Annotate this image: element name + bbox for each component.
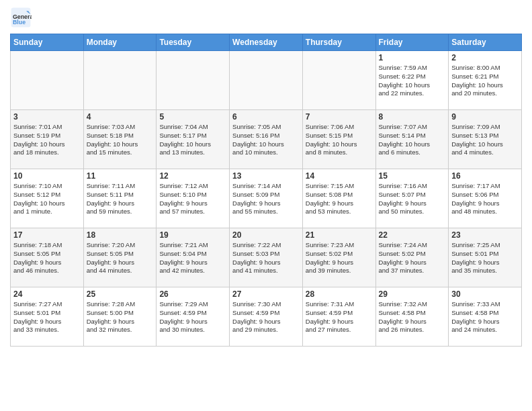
day-info: Sunrise: 7:07 AMSunset: 5:14 PMDaylight:… [379,123,446,157]
day-cell: 19Sunrise: 7:21 AMSunset: 5:04 PMDayligh… [157,228,230,287]
day-info: Sunrise: 7:30 AMSunset: 4:59 PMDaylight:… [232,300,300,334]
day-number: 13 [232,171,300,181]
day-cell: 2Sunrise: 8:00 AMSunset: 6:21 PMDaylight… [449,51,522,110]
day-number: 10 [13,171,81,181]
day-cell: 25Sunrise: 7:28 AMSunset: 5:00 PMDayligh… [83,287,157,347]
col-header-tuesday: Tuesday [157,34,230,51]
day-info: Sunrise: 7:24 AMSunset: 5:02 PMDaylight:… [379,241,446,275]
day-number: 26 [159,289,226,299]
day-info: Sunrise: 7:59 AMSunset: 6:22 PMDaylight:… [379,64,446,98]
day-info: Sunrise: 7:09 AMSunset: 5:13 PMDaylight:… [451,123,519,157]
day-number: 1 [379,53,446,62]
day-info: Sunrise: 7:21 AMSunset: 5:04 PMDaylight:… [159,241,226,275]
day-number: 15 [379,171,446,181]
day-number: 23 [451,230,519,240]
day-cell [302,51,375,110]
col-header-monday: Monday [83,34,157,51]
day-cell: 10Sunrise: 7:10 AMSunset: 5:12 PMDayligh… [11,169,84,228]
day-number: 20 [232,230,300,240]
day-cell: 18Sunrise: 7:20 AMSunset: 5:05 PMDayligh… [83,228,157,287]
day-info: Sunrise: 7:29 AMSunset: 4:59 PMDaylight:… [159,300,226,334]
day-number: 18 [87,230,154,240]
col-header-sunday: Sunday [11,34,84,51]
day-number: 30 [451,289,519,299]
day-info: Sunrise: 7:31 AMSunset: 4:59 PMDaylight:… [306,300,373,334]
col-header-wednesday: Wednesday [230,34,303,51]
day-info: Sunrise: 8:00 AMSunset: 6:21 PMDaylight:… [451,64,519,98]
day-cell: 21Sunrise: 7:23 AMSunset: 5:02 PMDayligh… [302,228,375,287]
day-cell: 24Sunrise: 7:27 AMSunset: 5:01 PMDayligh… [11,287,84,347]
day-info: Sunrise: 7:11 AMSunset: 5:11 PMDaylight:… [87,182,154,216]
day-cell: 22Sunrise: 7:24 AMSunset: 5:02 PMDayligh… [375,228,449,287]
day-info: Sunrise: 7:10 AMSunset: 5:12 PMDaylight:… [13,182,81,216]
day-number: 29 [379,289,446,299]
day-cell: 12Sunrise: 7:12 AMSunset: 5:10 PMDayligh… [157,169,230,228]
logo-icon: General Blue [10,7,32,28]
col-header-saturday: Saturday [449,34,522,51]
day-info: Sunrise: 7:18 AMSunset: 5:05 PMDaylight:… [13,241,81,275]
day-cell: 28Sunrise: 7:31 AMSunset: 4:59 PMDayligh… [302,287,375,347]
day-cell: 27Sunrise: 7:30 AMSunset: 4:59 PMDayligh… [230,287,303,347]
day-number: 11 [87,171,154,181]
day-info: Sunrise: 7:25 AMSunset: 5:01 PMDaylight:… [451,241,519,275]
day-info: Sunrise: 7:20 AMSunset: 5:05 PMDaylight:… [87,241,154,275]
day-cell: 30Sunrise: 7:33 AMSunset: 4:58 PMDayligh… [449,287,522,347]
day-number: 14 [306,171,373,181]
day-number: 8 [379,112,446,122]
day-cell: 13Sunrise: 7:14 AMSunset: 5:09 PMDayligh… [230,169,303,228]
day-number: 17 [13,230,81,240]
day-cell: 23Sunrise: 7:25 AMSunset: 5:01 PMDayligh… [449,228,522,287]
day-cell: 4Sunrise: 7:03 AMSunset: 5:18 PMDaylight… [83,110,157,169]
day-cell: 3Sunrise: 7:01 AMSunset: 5:19 PMDaylight… [11,110,84,169]
day-number: 22 [379,230,446,240]
day-info: Sunrise: 7:06 AMSunset: 5:15 PMDaylight:… [306,123,373,157]
col-header-friday: Friday [375,34,449,51]
col-header-thursday: Thursday [302,34,375,51]
week-row-4: 17Sunrise: 7:18 AMSunset: 5:05 PMDayligh… [11,228,522,287]
week-row-3: 10Sunrise: 7:10 AMSunset: 5:12 PMDayligh… [11,169,522,228]
day-cell: 7Sunrise: 7:06 AMSunset: 5:15 PMDaylight… [302,110,375,169]
day-cell: 1Sunrise: 7:59 AMSunset: 6:22 PMDaylight… [375,51,449,110]
week-row-2: 3Sunrise: 7:01 AMSunset: 5:19 PMDaylight… [11,110,522,169]
day-cell [230,51,303,110]
day-cell: 9Sunrise: 7:09 AMSunset: 5:13 PMDaylight… [449,110,522,169]
day-info: Sunrise: 7:23 AMSunset: 5:02 PMDaylight:… [306,241,373,275]
day-number: 28 [306,289,373,299]
day-number: 4 [87,112,154,122]
day-cell: 15Sunrise: 7:16 AMSunset: 5:07 PMDayligh… [375,169,449,228]
day-cell: 6Sunrise: 7:05 AMSunset: 5:16 PMDaylight… [230,110,303,169]
day-cell [157,51,230,110]
day-cell: 8Sunrise: 7:07 AMSunset: 5:14 PMDaylight… [375,110,449,169]
day-number: 16 [451,171,519,181]
day-info: Sunrise: 7:22 AMSunset: 5:03 PMDaylight:… [232,241,300,275]
day-cell: 14Sunrise: 7:15 AMSunset: 5:08 PMDayligh… [302,169,375,228]
day-info: Sunrise: 7:03 AMSunset: 5:18 PMDaylight:… [87,123,154,157]
header: General Blue [10,7,522,28]
day-cell: 16Sunrise: 7:17 AMSunset: 5:06 PMDayligh… [449,169,522,228]
svg-text:Blue: Blue [13,19,26,26]
day-number: 24 [13,289,81,299]
day-info: Sunrise: 7:04 AMSunset: 5:17 PMDaylight:… [159,123,226,157]
day-number: 2 [451,53,519,62]
day-number: 5 [159,112,226,122]
day-number: 25 [87,289,154,299]
day-info: Sunrise: 7:05 AMSunset: 5:16 PMDaylight:… [232,123,300,157]
page: General Blue SundayMondayTuesdayWednesda… [0,0,532,411]
day-info: Sunrise: 7:28 AMSunset: 5:00 PMDaylight:… [87,300,154,334]
day-cell: 29Sunrise: 7:32 AMSunset: 4:58 PMDayligh… [375,287,449,347]
day-number: 19 [159,230,226,240]
column-header-row: SundayMondayTuesdayWednesdayThursdayFrid… [11,34,522,51]
day-info: Sunrise: 7:33 AMSunset: 4:58 PMDaylight:… [451,300,519,334]
day-info: Sunrise: 7:16 AMSunset: 5:07 PMDaylight:… [379,182,446,216]
day-info: Sunrise: 7:17 AMSunset: 5:06 PMDaylight:… [451,182,519,216]
week-row-1: 1Sunrise: 7:59 AMSunset: 6:22 PMDaylight… [11,51,522,110]
day-cell: 11Sunrise: 7:11 AMSunset: 5:11 PMDayligh… [83,169,157,228]
day-number: 12 [159,171,226,181]
day-cell [83,51,157,110]
day-info: Sunrise: 7:14 AMSunset: 5:09 PMDaylight:… [232,182,300,216]
calendar-table: SundayMondayTuesdayWednesdayThursdayFrid… [10,34,522,347]
day-info: Sunrise: 7:15 AMSunset: 5:08 PMDaylight:… [306,182,373,216]
day-number: 3 [13,112,81,122]
day-cell: 20Sunrise: 7:22 AMSunset: 5:03 PMDayligh… [230,228,303,287]
day-info: Sunrise: 7:12 AMSunset: 5:10 PMDaylight:… [159,182,226,216]
